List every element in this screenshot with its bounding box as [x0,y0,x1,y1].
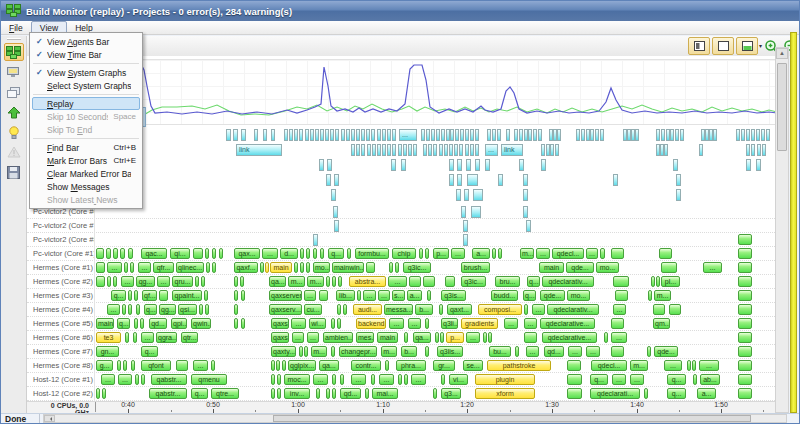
job-bar[interactable] [96,248,104,259]
pending-job-bar[interactable] [326,174,331,186]
job-bar[interactable]: qaxs... [271,318,289,329]
menu-item-replay[interactable]: Replay [32,97,140,110]
job-bar[interactable]: mo... [313,262,330,273]
job-bar[interactable] [131,360,135,371]
job-bar[interactable]: qgra... [156,332,177,343]
job-bar[interactable]: gn... [96,346,119,357]
scroll-left-arrow-icon[interactable] [44,415,55,422]
job-bar[interactable]: audi... [353,304,382,315]
job-bar[interactable]: qru... [172,276,193,287]
pending-job-bar[interactable] [284,129,288,141]
pending-job-bar[interactable] [457,159,462,171]
pending-job-bar[interactable] [367,144,371,156]
job-bar[interactable] [123,360,127,371]
job-bar[interactable] [219,248,223,259]
up-arrow-icon[interactable] [4,103,24,121]
job-bar[interactable] [294,262,298,273]
job-bar[interactable]: composi... [478,304,522,315]
pending-job-bar[interactable] [538,129,542,141]
pending-job-bar[interactable] [305,129,309,141]
menu-item-view-time-bar[interactable]: ✓View Time Bar [32,48,140,61]
pending-job-bar[interactable] [387,129,391,141]
job-bar[interactable]: ... [292,332,304,343]
job-bar[interactable] [371,374,375,385]
menu-item-skip-to-end[interactable]: Skip To End [32,123,140,136]
pending-job-bar[interactable] [356,144,360,156]
job-bar[interactable] [433,388,437,399]
job-bar[interactable]: changepr... [339,346,377,357]
job-bar[interactable] [102,388,106,399]
pending-job-bar[interactable] [457,174,462,186]
job-bar[interactable] [404,332,408,343]
job-bar[interactable] [128,304,132,315]
pending-job-bar[interactable] [746,159,751,171]
job-bar[interactable]: qfr... [153,262,174,273]
job-bar[interactable] [651,276,655,287]
job-bar[interactable]: p... [446,332,464,343]
job-bar[interactable] [347,248,351,259]
job-bar[interactable] [398,374,402,385]
job-bar[interactable] [611,248,624,259]
-job-bar[interactable]: ... [485,144,498,156]
job-bar[interactable]: messa... [384,304,413,315]
pending-job-bar[interactable] [465,144,469,156]
menu-item-clear-marked-error-bars[interactable]: Clear Marked Error Bars [32,167,140,180]
job-bar[interactable]: moc... [284,374,310,385]
job-bar[interactable] [204,290,208,301]
pending-job-bar[interactable] [377,129,381,141]
cascade-icon[interactable] [4,83,24,101]
job-bar[interactable]: qf... [142,290,157,301]
job-bar[interactable] [134,290,138,301]
pending-job-bar[interactable] [456,189,461,201]
pending-job-bar[interactable] [465,129,469,141]
job-bar[interactable] [234,304,238,315]
job-bar[interactable] [140,318,144,329]
job-bar[interactable]: ambien... [323,332,353,343]
pending-job-bar[interactable] [387,144,391,156]
job-bar[interactable]: a... [407,290,422,301]
job-bar[interactable]: ... [193,360,208,371]
job-bar[interactable]: a... [472,248,490,259]
pending-job-bar[interactable] [761,129,765,141]
job-bar[interactable]: q3ic... [403,262,431,273]
job-bar[interactable] [492,248,496,259]
pending-job-bar[interactable] [475,159,480,171]
pending-job-bar[interactable] [449,144,453,156]
job-bar[interactable] [385,360,389,371]
job-bar[interactable]: ... [524,318,537,329]
job-bar[interactable] [265,262,269,273]
job-bar[interactable]: main [96,318,114,329]
job-bar[interactable]: mes... [356,332,374,343]
pending-job-bar[interactable] [756,129,760,141]
job-bar[interactable]: ... [532,304,545,315]
job-bar[interactable]: qaxt... [447,304,472,315]
job-bar[interactable]: ... [466,332,480,343]
pending-job-bar[interactable] [713,129,717,141]
pending-job-bar[interactable] [426,129,430,141]
job-bar[interactable] [488,332,492,343]
job-bar[interactable]: pl... [661,276,680,287]
pending-job-bar[interactable] [757,144,761,156]
job-bar[interactable] [338,276,342,287]
pending-job-bar[interactable] [361,129,365,141]
pending-job-bar[interactable] [454,144,458,156]
job-bar[interactable] [193,248,203,259]
job-bar[interactable] [271,360,275,371]
pending-job-bar[interactable] [441,129,445,141]
job-bar[interactable] [659,248,672,259]
pending-job-bar[interactable] [676,174,681,186]
job-bar[interactable]: ... [568,346,582,357]
pending-job-bar[interactable] [428,144,432,156]
job-bar[interactable] [738,248,752,259]
pending-job-bar[interactable] [519,129,523,141]
pending-job-bar[interactable] [392,144,396,156]
job-bar[interactable] [96,262,105,273]
job-bar[interactable]: m... [520,248,534,259]
job-bar[interactable] [409,276,421,287]
job-bar[interactable] [300,248,304,259]
pending-job-bar[interactable] [401,159,406,171]
job-bar[interactable]: m... [288,276,305,287]
job-bar[interactable]: qde... [540,290,565,301]
job-bar[interactable]: main [539,262,564,273]
job-bar[interactable] [319,290,328,301]
